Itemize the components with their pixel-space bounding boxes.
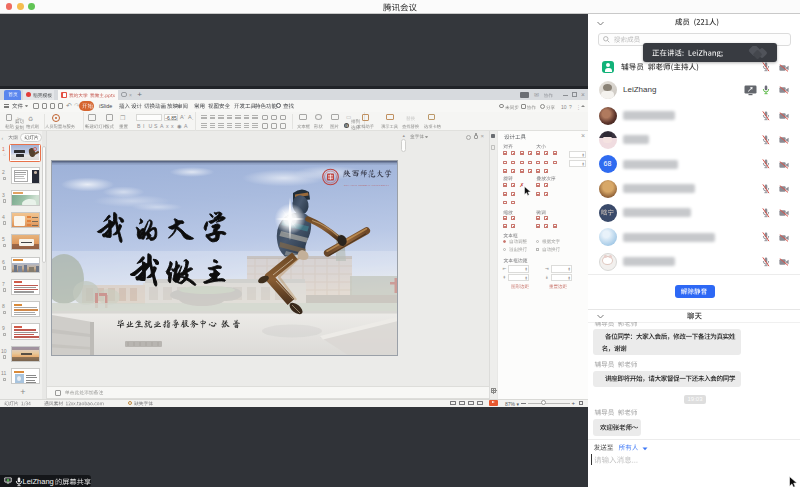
svg-text:SHAANXI NORMAL UNIVERSITY: SHAANXI NORMAL UNIVERSITY	[344, 184, 390, 187]
